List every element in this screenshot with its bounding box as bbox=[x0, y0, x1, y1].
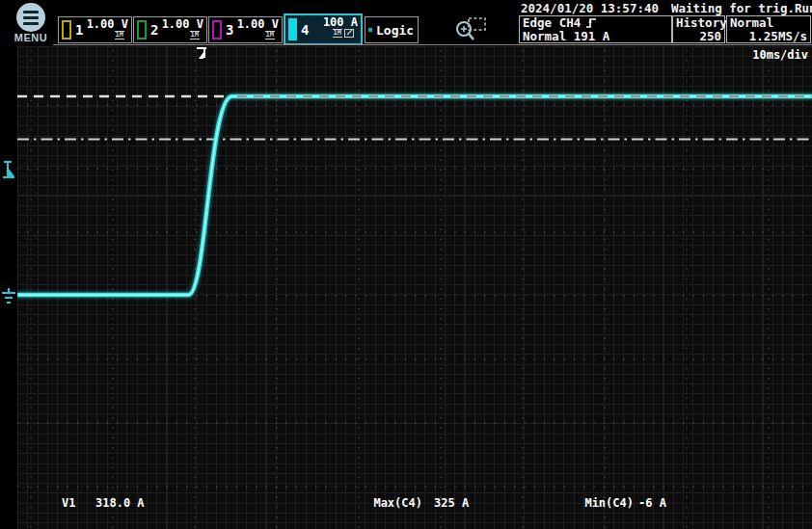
trigger-status-label: Waiting for trig. bbox=[671, 1, 795, 15]
datetime-label: 2024/01/20 13:57:40 bbox=[521, 1, 659, 15]
ch4-ground-level-marker[interactable] bbox=[0, 287, 17, 306]
menu-button[interactable]: MENU bbox=[8, 2, 54, 43]
trigger-settings-box[interactable]: Edge CH4 Normal 191 A bbox=[519, 15, 672, 43]
channel-1-number: 1 bbox=[73, 22, 84, 38]
history-label: History bbox=[676, 16, 721, 30]
cursor-readout-block: V1 318.0 A V2 249.0 A ΔV 69.0 A bbox=[62, 469, 145, 529]
probe-icon bbox=[344, 29, 354, 38]
channel-1-button[interactable]: 1 1.00 V 1M bbox=[58, 16, 132, 43]
channel-4-number: 4 bbox=[299, 22, 310, 38]
status-row: 2024/01/20 13:57:40 Waiting for trig. Ru… bbox=[521, 1, 808, 15]
logic-button[interactable]: Logic bbox=[365, 16, 419, 43]
logic-label: Logic bbox=[374, 23, 418, 38]
stat-max: Max(C4) 325 A bbox=[326, 496, 490, 510]
ch4-waveform-core bbox=[18, 96, 812, 295]
channel-2-color-bar bbox=[137, 20, 147, 40]
rising-edge-icon bbox=[585, 17, 597, 29]
channel-4-button[interactable]: 4 100 A 1M bbox=[284, 13, 363, 45]
waveform-plot bbox=[17, 46, 812, 529]
stats-block-right: Min(C4) -6 A -Over(C4) 2.3% Fall(C4) ***… bbox=[537, 469, 673, 529]
channel-1-coupling-icon: 1M bbox=[115, 31, 124, 40]
logic-color-bar bbox=[368, 28, 372, 32]
stats-block-left: Max(C4) 325 A +Over(C4) 2.3% Rise(C4) 2.… bbox=[326, 469, 490, 529]
menu-label: MENU bbox=[8, 32, 54, 43]
trigger-level-marker[interactable] bbox=[0, 159, 17, 182]
major-grid bbox=[17, 50, 812, 529]
oscilloscope-screen: MENU 1 1.00 V 1M 2 1.00 V 1M 3 1.00 V 1M… bbox=[0, 0, 812, 529]
graticule: 10ms/div bbox=[17, 46, 812, 529]
channel-2-coupling-icon: 1M bbox=[190, 31, 200, 40]
trigger-mode-label: Normal 191 A bbox=[523, 30, 668, 43]
channel-3-color-bar bbox=[212, 20, 222, 40]
trigger-source-label: Edge CH4 bbox=[523, 16, 581, 30]
acquisition-mode-label: Normal bbox=[730, 16, 807, 30]
time-per-div-label: 10ms/div bbox=[752, 48, 808, 62]
zoom-search-icon[interactable] bbox=[453, 15, 490, 42]
channel-3-button[interactable]: 3 1.00 V 1M bbox=[208, 16, 283, 43]
channel-4-coupling-icon: 1M bbox=[333, 29, 342, 38]
channel-3-number: 3 bbox=[224, 22, 234, 38]
channel-3-coupling-icon: 1M bbox=[265, 31, 275, 40]
channel-3-scale: 1.00 V bbox=[237, 18, 279, 30]
sample-rate-label: 1.25MS/s bbox=[730, 30, 807, 43]
trigger-position-marker[interactable] bbox=[197, 48, 206, 59]
ch4-waveform-trace bbox=[18, 96, 812, 295]
history-count: 250 bbox=[676, 30, 721, 43]
stat-min: Min(C4) -6 A bbox=[537, 496, 673, 510]
history-box[interactable]: History 250 bbox=[672, 15, 725, 43]
channel-4-scale: 100 A bbox=[323, 16, 358, 28]
channel-1-color-bar bbox=[62, 20, 71, 40]
cursor-v1-readout: V1 318.0 A bbox=[62, 496, 145, 510]
run-state-label[interactable]: Running bbox=[795, 1, 812, 15]
menu-icon bbox=[16, 3, 45, 32]
channel-2-scale: 1.00 V bbox=[162, 18, 203, 30]
channel-2-button[interactable]: 2 1.00 V 1M bbox=[133, 16, 207, 43]
topbar-separator bbox=[53, 44, 812, 45]
channel-4-color-bar bbox=[288, 18, 297, 40]
acquisition-box[interactable]: Normal 1.25MS/s bbox=[726, 15, 811, 43]
channel-1-scale: 1.00 V bbox=[87, 18, 128, 30]
channel-2-number: 2 bbox=[149, 22, 159, 38]
